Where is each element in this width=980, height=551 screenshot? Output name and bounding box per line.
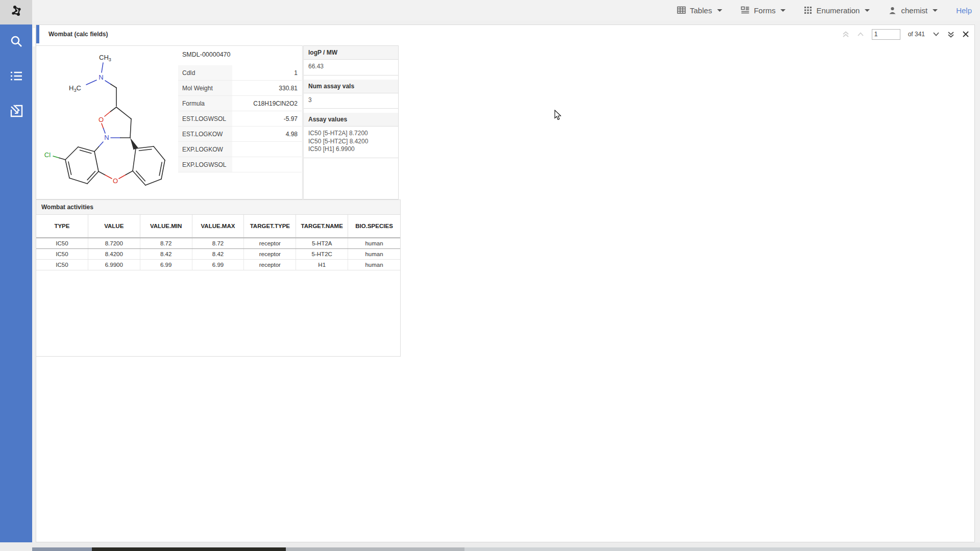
table-row[interactable]: IC50 8.4200 8.42 8.42 receptor 5-HT2C hu… (36, 249, 400, 260)
app-logo[interactable] (0, 0, 32, 24)
column-header[interactable]: TYPE (36, 215, 88, 237)
atom-label-h3c: H3C (69, 84, 81, 93)
record-total-label: of 341 (908, 31, 925, 38)
field-label: EXP.LOGWSOL (178, 157, 232, 172)
record-pager: of 341 (842, 25, 969, 43)
column-header[interactable]: VALUE (88, 215, 140, 237)
person-icon (888, 6, 897, 15)
menu-enumeration-label: Enumeration (816, 6, 860, 15)
cell-type: IC50 (36, 238, 88, 248)
cell-bio-species: human (348, 260, 400, 270)
calc-section-value: IC50 [5-HT2A] 8.7200 IC50 [5-HT2C] 8.420… (304, 127, 398, 158)
molecule-structure: CH3 H3C N O N O Cl (37, 46, 179, 198)
assay-value-line: IC50 [5-HT2C] 8.4200 (308, 138, 394, 146)
taskbar-sliver (32, 547, 92, 551)
column-header[interactable]: VALUE.MIN (140, 215, 192, 237)
table-row[interactable]: IC50 6.9900 6.99 6.99 receptor H1 human (36, 260, 400, 270)
menu-tables[interactable]: Tables (677, 6, 722, 15)
column-header[interactable]: TARGET.NAME (296, 215, 348, 237)
cell-type: IC50 (36, 249, 88, 259)
previous-record-button[interactable] (857, 32, 864, 37)
cell-target-type: receptor (244, 249, 296, 259)
chevron-down-icon (717, 9, 722, 12)
cell-value: 8.4200 (88, 249, 140, 259)
atom-label-o-ring: O (99, 116, 104, 123)
cell-value-max: 6.99 (192, 260, 244, 270)
help-link[interactable]: Help (956, 6, 972, 15)
cell-value: 6.9900 (88, 260, 140, 270)
cell-value-max: 8.72 (192, 238, 244, 248)
forms-icon (741, 6, 750, 15)
calc-section-value: 3 (304, 93, 398, 109)
record-fields: SMDL-00000470 CdId 1 Mol Weight 330.81 F… (178, 46, 302, 172)
field-label: Mol Weight (178, 81, 232, 95)
activities-table: TYPE VALUE VALUE.MIN VALUE.MAX TARGET.TY… (36, 215, 400, 270)
calc-section-assay-values: Assay values IC50 [5-HT2A] 8.7200 IC50 [… (304, 113, 398, 158)
cell-value-min: 8.42 (140, 249, 192, 259)
column-header[interactable]: VALUE.MAX (192, 215, 244, 237)
list-icon[interactable] (9, 68, 24, 84)
last-record-button[interactable] (947, 31, 954, 38)
cell-target-name: 5-HT2C (296, 249, 348, 259)
cell-type: IC50 (36, 260, 88, 270)
atom-label-n-amine: N (99, 73, 103, 81)
calc-section-num-assay-vals: Num assay vals 3 (304, 80, 398, 109)
structure-and-fields-box: CH3 H3C N O N O Cl SMDL-00000470 CdId 1 … (36, 45, 303, 199)
record-number-input[interactable] (872, 29, 900, 40)
assay-value-line: IC50 [H1] 6.9900 (308, 145, 394, 154)
calc-section-logp-mw: logP / MW 66.43 (304, 46, 398, 76)
top-navigation-bar: Tables Forms Enumeration (0, 0, 980, 20)
tables-icon (677, 6, 686, 15)
cell-target-type: receptor (244, 260, 296, 270)
field-row: CdId 1 (178, 65, 302, 81)
export-icon[interactable] (9, 103, 24, 118)
form-panel: Wombat (calc fields) of 341 (36, 24, 975, 542)
field-row: Mol Weight 330.81 (178, 81, 302, 96)
atom-label-n-ring: N (104, 134, 109, 141)
column-header[interactable]: TARGET.TYPE (244, 215, 296, 237)
field-row: EXP.LOGKOW (178, 142, 302, 157)
menu-enumeration[interactable]: Enumeration (804, 6, 870, 15)
field-value: 4.98 (232, 127, 302, 141)
calc-section-value: 66.43 (304, 60, 398, 76)
sidebar-gap (32, 20, 36, 551)
field-label: Formula (178, 96, 232, 111)
enumeration-icon (804, 6, 812, 14)
field-label: EST.LOGKOW (178, 127, 232, 141)
assay-value-line: IC50 [5-HT2A] 8.7200 (308, 130, 394, 138)
activities-title: Wombat activities (36, 200, 400, 215)
search-icon[interactable] (9, 34, 24, 49)
next-record-button[interactable] (933, 32, 940, 37)
chevron-down-icon (865, 9, 870, 12)
cell-bio-species: human (348, 238, 400, 248)
atom-label-cl: Cl (44, 151, 51, 159)
user-name-label: chemist (901, 6, 927, 15)
column-header[interactable]: BIO.SPECIES (348, 215, 400, 237)
close-icon[interactable] (962, 31, 969, 38)
cell-value-min: 6.99 (140, 260, 192, 270)
cell-target-type: receptor (244, 238, 296, 248)
menu-tables-label: Tables (690, 6, 712, 15)
field-value (232, 142, 302, 157)
field-row: Formula C18H19ClN2O2 (178, 96, 302, 111)
field-label: EXP.LOGKOW (178, 142, 232, 157)
menu-forms[interactable]: Forms (741, 6, 786, 15)
cell-value-min: 8.72 (140, 238, 192, 248)
user-menu[interactable]: chemist (888, 6, 938, 15)
form-accent-bar (36, 25, 39, 43)
calc-section-title: logP / MW (304, 46, 398, 60)
scrollbar-thumb[interactable] (33, 28, 35, 46)
atom-label-o-bridge: O (113, 177, 118, 185)
field-value: 1 (232, 65, 302, 80)
menu-forms-label: Forms (754, 6, 776, 15)
cell-value: 8.7200 (88, 238, 140, 248)
calc-section-title: Assay values (304, 113, 398, 127)
molecule-network-logo-icon (8, 3, 25, 22)
record-id: SMDL-00000470 (178, 46, 302, 65)
field-value: -5.97 (232, 111, 302, 126)
table-row[interactable]: IC50 8.7200 8.72 8.72 receptor 5-HT2A hu… (36, 238, 400, 249)
form-content: CH3 H3C N O N O Cl SMDL-00000470 CdId 1 … (36, 43, 974, 542)
first-record-button[interactable] (842, 31, 849, 38)
form-title: Wombat (calc fields) (48, 31, 108, 38)
calc-section-title: Num assay vals (304, 80, 398, 93)
